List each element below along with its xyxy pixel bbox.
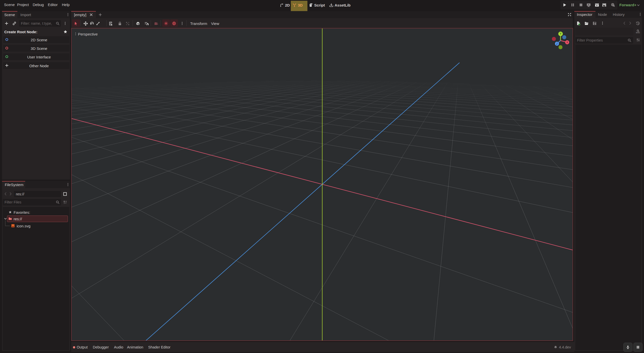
svg-text:DOC: DOC xyxy=(636,31,640,34)
svg-text:X: X xyxy=(566,41,568,44)
svg-text:Z: Z xyxy=(556,42,558,45)
svg-text:Y: Y xyxy=(560,32,562,35)
